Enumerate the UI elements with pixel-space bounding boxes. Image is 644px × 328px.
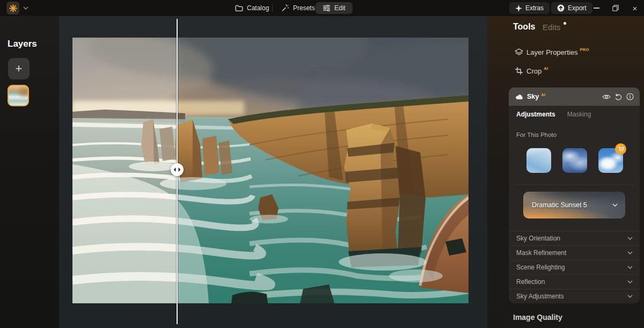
tab-catalog-label: Catalog [247,4,269,12]
group-reflection[interactable]: Reflection [509,274,640,289]
tab-edit-label: Edit [334,4,346,12]
visibility-toggle[interactable] [601,91,612,102]
tool-label: Layer Properties [526,48,577,56]
magic-wand-icon [281,4,289,12]
info-button[interactable] [625,91,635,102]
tab-presets[interactable]: Presets [276,2,320,14]
tab-masking[interactable]: Masking [567,111,591,118]
compare-slider-handle[interactable] [171,163,184,176]
eye-icon [602,94,611,100]
ai-badge: AI [541,92,545,97]
tab-adjustments[interactable]: Adjustments [516,111,555,118]
chevron-down-icon [627,266,633,269]
slider-arrows-icon [173,167,181,172]
edits-notification-dot [564,22,566,25]
chevron-down-icon [612,203,618,207]
chevron-down-icon [627,280,633,283]
tab-catalog[interactable]: Catalog [230,2,274,14]
sky-preset-thumbnail-1[interactable] [526,148,551,173]
extras-label: Extras [525,4,544,12]
group-sky-orientation[interactable]: Sky Orientation [509,231,640,245]
ai-badge: AI [544,66,548,71]
minimize-icon [594,8,599,9]
layers-icon [514,48,524,56]
close-icon: × [633,4,638,13]
group-scene-relighting[interactable]: Scene Relighting [509,260,640,274]
titlebar: Catalog Presets Edit Extras Ex [0,0,644,16]
image-quality-heading: Image Quality [513,313,562,322]
sky-tabs: Adjustments Masking [509,106,640,123]
extras-button[interactable]: Extras [509,2,550,14]
layers-panel: Layers + [0,16,59,328]
sky-tool-title: Sky [527,93,539,100]
tool-label: Crop [526,67,541,75]
tab-edit[interactable]: Edit [316,2,353,14]
tool-layer-properties[interactable]: Layer Properties PRO [509,45,640,59]
folder-icon [235,5,243,12]
add-layer-button[interactable]: + [8,58,30,79]
info-icon [626,93,634,100]
for-this-photo-label: For This Photo [516,132,557,138]
reset-button[interactable] [613,91,624,102]
plus-icon: + [16,62,23,76]
sliders-icon [323,5,331,11]
sky-tool-header[interactable]: Sky AI [509,88,640,106]
maximize-button[interactable] [606,0,625,16]
layer-thumbnail[interactable] [8,85,29,106]
tab-edits[interactable]: Edits [543,23,560,32]
restore-icon [612,5,619,11]
crop-icon [514,67,524,75]
chevron-down-icon[interactable] [23,6,28,10]
sun-logo-icon [9,4,17,12]
chevron-down-icon [627,237,633,240]
before-photo [72,38,177,303]
undo-icon [614,93,622,100]
export-arrow-icon [557,4,565,12]
app-logo-button[interactable] [6,2,19,14]
photo-viewport [72,38,469,303]
sparkle-icon [515,5,522,12]
cloud-icon [515,94,523,100]
sky-preset-select[interactable]: Dramatic Sunset 5 [523,192,625,218]
shopping-cart-icon [618,146,624,152]
tool-crop[interactable]: Crop AI [509,64,640,78]
tab-tools[interactable]: Tools [513,22,535,32]
minimize-button[interactable] [587,0,605,16]
selected-sky-preset: Dramatic Sunset 5 [532,201,587,209]
layers-panel-title: Layers [8,39,37,49]
export-button[interactable]: Export [551,2,592,14]
close-button[interactable]: × [626,0,644,16]
group-sky-adjustments[interactable]: Sky Adjustments [509,289,640,303]
sky-preset-thumbnail-2[interactable] [562,148,587,173]
chevron-down-icon [627,251,633,254]
sky-tool-card: Sky AI [509,88,640,303]
group-mask-refinement[interactable]: Mask Refinement [509,245,640,260]
store-badge[interactable] [615,143,626,155]
chevron-down-icon [627,295,633,298]
image-canvas: Before After [59,16,487,328]
tab-presets-label: Presets [293,4,315,12]
nav-separator [272,4,273,12]
pro-badge: PRO [580,47,589,52]
export-label: Export [568,4,587,12]
divider [514,185,634,185]
edit-sidebar: Tools Edits Layer Properties PRO Crop AI… [487,16,644,328]
